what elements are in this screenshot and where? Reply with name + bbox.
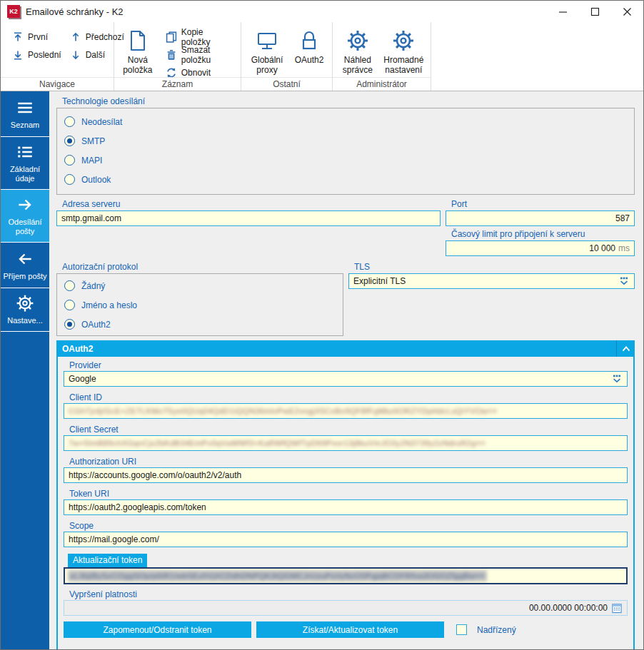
maximize-button[interactable] — [579, 1, 611, 22]
collapse-button[interactable] — [616, 340, 635, 357]
client-id-input[interactable]: CGhTjrdj/GcE+ZETLKMoT5ye0QUq04QdD1iQQN36… — [64, 403, 628, 419]
arrow-up-icon — [70, 31, 81, 43]
k2-logo: K2 — [7, 5, 20, 18]
radio-circle — [64, 300, 75, 310]
sidebar-item-prijem-posty[interactable]: Příjem pošty — [1, 243, 49, 288]
sidebar-item-seznam[interactable]: Seznam — [1, 91, 49, 137]
bulk-settings-button[interactable]: Hromadné nastavení — [381, 28, 426, 76]
window-title: Emailové schránky - K2 — [26, 6, 547, 17]
client-id-label: Client ID — [69, 392, 628, 402]
port-input[interactable]: 587 — [446, 210, 635, 226]
ribbon-group-ostatni: Globální proxy OAuth2 Ostatní — [241, 22, 333, 91]
client-secret-input[interactable]: 7w+5ImB89chXGqnCjs2bKdB34EmPv0qVwMWf3+Ka… — [64, 435, 628, 451]
provider-dropdown[interactable]: Google — [64, 371, 628, 387]
radio-circle — [64, 280, 75, 291]
scope-label: Scope — [69, 521, 628, 531]
tls-label: TLS — [354, 262, 635, 272]
radio-circle — [64, 155, 75, 166]
parent-checkbox[interactable] — [456, 624, 467, 635]
radio-circle — [64, 319, 75, 330]
radio-option-jmeno-a-heslo[interactable]: Jméno a heslo — [64, 295, 336, 315]
lock-icon — [298, 29, 321, 52]
delete-item-button[interactable]: Smazat položku — [163, 46, 236, 64]
arrow-right-icon — [16, 195, 34, 214]
minimize-button[interactable] — [547, 1, 579, 22]
content-area: Technologie odesílání Neodesílat SMTP MA… — [49, 91, 643, 649]
ribbon-group-navigace: První Poslední Předchozí Další — [1, 22, 114, 91]
forget-token-button[interactable]: Zapomenout/Odstranit token — [64, 621, 251, 638]
radio-circle — [64, 116, 75, 127]
technology-label: Technologie odesílání — [62, 96, 635, 106]
calendar-icon[interactable] — [611, 603, 623, 614]
ribbon-group-administrator: Náhled správce Hromadné nastavení Admini… — [333, 22, 431, 91]
first-button[interactable]: První — [9, 28, 64, 46]
copy-item-button[interactable]: Kopie položky — [163, 28, 236, 46]
provider-label: Provider — [69, 360, 628, 370]
redacted-value: 7w+5ImB89chXGqnCjs2bKdB34EmPv0qVwMWf3+Ka… — [69, 439, 485, 447]
monitor-icon — [256, 29, 278, 52]
group-caption: Navigace — [1, 77, 114, 91]
ribbon-empty-area — [431, 22, 643, 91]
group-caption: Administrátor — [333, 77, 431, 91]
group-caption: Ostatní — [241, 77, 332, 91]
tls-dropdown[interactable]: Explicitní TLS — [348, 273, 635, 289]
global-proxy-button[interactable]: Globální proxy — [246, 28, 288, 76]
token-uri-input[interactable]: https://oauth2.googleapis.com/token — [64, 499, 628, 515]
refresh-token-label: Aktualizační token — [68, 554, 147, 567]
parent-checkbox-label: Nadřízený — [477, 625, 516, 635]
authorization-uri-label: Authorization URI — [69, 457, 628, 467]
copy-icon — [166, 31, 177, 43]
gear-icon — [346, 29, 369, 52]
sidebar-item-zakladni-udaje[interactable]: Základní údaje — [1, 137, 49, 190]
radio-option-outlook[interactable]: Outlook — [64, 170, 627, 189]
ribbon-group-zaznam: Nová položka Kopie položky Smazat položk… — [114, 22, 241, 91]
sidebar-item-nastaveni[interactable]: Nastave... — [1, 288, 49, 332]
expiration-input[interactable]: 00.00.0000 00:00:00 — [64, 600, 628, 616]
refresh-token-input[interactable]: sL3bjlBySzCOggSOp/p6iR1/wbSEzlIVjXCDdhDN… — [64, 567, 628, 584]
acquire-token-button[interactable]: Získat/Aktualizovat token — [256, 621, 444, 638]
sidebar: Seznam Základní údaje Odesílání pošty Př… — [1, 91, 49, 649]
radio-option-smtp[interactable]: SMTP — [64, 131, 627, 151]
sidebar-filler — [1, 332, 49, 649]
trash-icon — [166, 49, 177, 61]
close-button[interactable] — [611, 1, 643, 22]
oauth2-button[interactable]: OAuth2 — [291, 28, 327, 76]
dropdown-icon[interactable] — [618, 275, 630, 287]
arrow-down-to-bar-icon — [12, 49, 24, 61]
radio-option-oauth2[interactable]: OAuth2 — [64, 315, 336, 334]
new-document-icon — [126, 29, 149, 52]
last-button[interactable]: Poslední — [9, 46, 64, 64]
title-bar: K2 Emailové schránky - K2 — [1, 1, 643, 22]
chevron-up-icon — [620, 343, 632, 355]
oauth2-panel-title: OAuth2 — [56, 344, 616, 354]
expiration-label: Vypršení platnosti — [69, 589, 628, 599]
oauth2-panel-header[interactable]: OAuth2 — [56, 340, 635, 357]
token-uri-label: Token URI — [69, 489, 628, 499]
list-icon — [16, 143, 34, 161]
radio-option-mapi[interactable]: MAPI — [64, 151, 627, 170]
radio-circle — [64, 136, 75, 146]
authorization-uri-input[interactable]: https://accounts.google.com/o/oauth2/v2/… — [64, 467, 628, 483]
admin-preview-button[interactable]: Náhled správce — [337, 28, 378, 76]
redacted-value: sL3bjlBySzCOggSOp/p6iR1/wbSEzlIVjXCDdhDN… — [68, 570, 487, 582]
sidebar-item-odesilani-posty[interactable]: Odesílání pošty — [1, 190, 49, 243]
arrow-up-to-bar-icon — [12, 31, 24, 43]
scope-input[interactable]: https://mail.google.com/ — [64, 532, 628, 547]
port-label: Port — [451, 199, 635, 209]
server-address-input[interactable]: smtp.gmail.com — [56, 210, 441, 226]
arrow-left-icon — [16, 250, 34, 268]
redacted-value: CGhTjrdj/GcE+ZETLKMoT5ye0QUq04QdD1iQQN36… — [69, 407, 498, 415]
timeout-unit: ms — [618, 243, 630, 253]
new-item-button[interactable]: Nová položka — [119, 28, 157, 81]
gear-icon — [16, 294, 34, 313]
menu-icon — [16, 98, 34, 117]
technology-radio-group: Neodesílat SMTP MAPI Outlook — [56, 108, 635, 195]
oauth2-panel: OAuth2 Provider Google Client ID — [56, 340, 635, 649]
radio-option-neodesilat[interactable]: Neodesílat — [64, 112, 627, 131]
timeout-input[interactable]: 10 000 ms — [446, 240, 635, 256]
ribbon-toolbar: První Poslední Předchozí Další — [1, 22, 643, 91]
group-caption: Záznam — [114, 77, 241, 91]
oauth2-panel-body: Provider Google Client ID CGhTjrdj/GcE+Z… — [56, 357, 635, 649]
radio-option-zadny[interactable]: Žádný — [64, 276, 336, 295]
dropdown-icon[interactable] — [611, 373, 623, 385]
